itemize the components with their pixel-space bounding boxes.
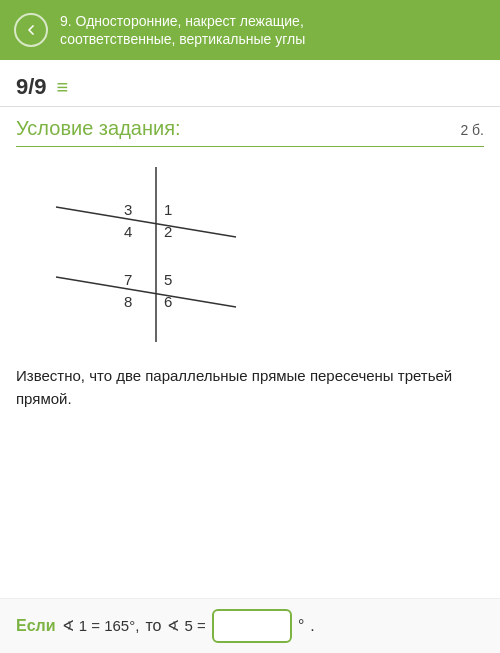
header-title: 9. Односторонние, накрест лежащие, соотв… [60, 12, 305, 48]
then-label: то [145, 617, 161, 635]
description-text: Известно, что две параллельные прямые пе… [16, 367, 452, 407]
task-divider [16, 146, 484, 147]
task-points: 2 б. [460, 122, 484, 138]
svg-text:5: 5 [164, 271, 172, 288]
description: Известно, что две параллельные прямые пе… [0, 365, 500, 410]
angle2: ∢ 5 = [167, 617, 205, 635]
header: 9. Односторонние, накрест лежащие, соотв… [0, 0, 500, 60]
svg-line-2 [56, 277, 236, 307]
task-label: Условие задания: [16, 117, 181, 140]
degree-symbol: ° [298, 617, 304, 635]
progress-text: 9/9 [16, 74, 47, 100]
svg-text:4: 4 [124, 223, 132, 240]
svg-line-1 [56, 207, 236, 237]
svg-text:6: 6 [164, 293, 172, 310]
diagram: 3 1 4 2 7 5 8 6 [0, 157, 500, 351]
svg-text:2: 2 [164, 223, 172, 240]
task-header: Условие задания: 2 б. [0, 107, 500, 146]
period: . [310, 617, 314, 635]
progress-area: 9/9 ≡ [0, 60, 500, 106]
angle1: ∢ 1 = 165°, [62, 617, 140, 635]
list-icon[interactable]: ≡ [57, 76, 69, 99]
formula-area: Если ∢ 1 = 165°, то ∢ 5 = ° . [0, 598, 500, 653]
svg-text:1: 1 [164, 201, 172, 218]
back-button[interactable] [14, 13, 48, 47]
svg-text:8: 8 [124, 293, 132, 310]
svg-text:7: 7 [124, 271, 132, 288]
if-label: Если [16, 617, 56, 635]
answer-input[interactable] [212, 609, 292, 643]
geometry-diagram: 3 1 4 2 7 5 8 6 [16, 157, 296, 347]
svg-text:3: 3 [124, 201, 132, 218]
